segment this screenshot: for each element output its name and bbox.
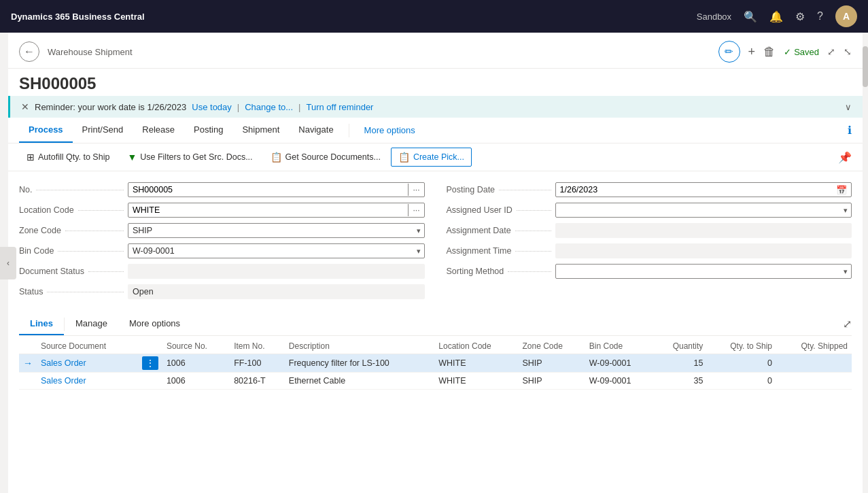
- info-icon[interactable]: ℹ: [848, 124, 852, 137]
- scrollbar[interactable]: [863, 33, 868, 493]
- lines-section: Lines Manage More options ⤢ Source Docum…: [8, 313, 863, 390]
- form-row-location: Location Code ···: [19, 200, 425, 220]
- row1-qty-to-ship: 0: [707, 354, 776, 373]
- scroll-thumb[interactable]: [863, 46, 868, 87]
- row1-dots-cell: ⋮: [138, 354, 162, 373]
- value-doc-status: [128, 264, 425, 279]
- source-doc-icon: 📋: [271, 152, 282, 163]
- form-left: No. ··· Location Code: [19, 180, 425, 302]
- notification-icon[interactable]: 🔔: [769, 10, 783, 23]
- tab-posting[interactable]: Posting: [184, 118, 232, 143]
- lines-tab-more-options[interactable]: More options: [118, 313, 191, 335]
- reminder-close[interactable]: ✕: [21, 101, 29, 112]
- posting-date-input[interactable]: [556, 183, 833, 197]
- tab-navigate[interactable]: Navigate: [289, 118, 343, 143]
- form-row-status: Status: [19, 282, 425, 302]
- row2-source-document: Sales Order: [37, 373, 138, 390]
- row2-quantity: 35: [654, 373, 707, 390]
- delete-button[interactable]: 🗑: [763, 45, 776, 59]
- tab-print-send[interactable]: Print/Send: [73, 118, 133, 143]
- help-icon[interactable]: ?: [817, 10, 823, 22]
- banner-expand-icon[interactable]: ∨: [845, 102, 852, 112]
- tab-separator: [349, 124, 349, 137]
- sidebar-toggle[interactable]: ‹: [0, 247, 16, 279]
- page-title: Warehouse Shipment: [48, 47, 710, 57]
- collapse-button[interactable]: ⤡: [844, 46, 852, 57]
- autofill-label: Autofill Qty. to Ship: [38, 152, 109, 162]
- calendar-icon[interactable]: 📅: [832, 184, 851, 197]
- col-item-no: Item No.: [230, 339, 285, 354]
- back-icon: ←: [24, 46, 35, 58]
- settings-icon[interactable]: ⚙: [795, 10, 805, 23]
- lines-expand-icon[interactable]: ⤢: [843, 318, 852, 330]
- separator2: |: [298, 102, 300, 112]
- location-input-wrapper: ···: [128, 203, 425, 218]
- create-pick-button[interactable]: 📋 Create Pick...: [391, 148, 472, 167]
- page-header: ← Warehouse Shipment ✏ + 🗑 ✓ Saved ⤢: [8, 33, 863, 69]
- create-pick-label: Create Pick...: [413, 152, 464, 162]
- get-source-button[interactable]: 📋 Get Source Documents...: [263, 148, 388, 167]
- assignment-time-input: [555, 243, 852, 258]
- back-button[interactable]: ←: [19, 41, 39, 62]
- autofill-button[interactable]: ⊞ Autofill Qty. to Ship: [19, 148, 117, 167]
- use-filters-button[interactable]: ▼ Use Filters to Get Src. Docs...: [120, 148, 260, 167]
- bin-select[interactable]: W-09-0001: [128, 243, 425, 258]
- tab-process[interactable]: Process: [19, 118, 73, 143]
- use-filters-label: Use Filters to Get Src. Docs...: [140, 152, 252, 162]
- sorting-select-wrapper: [555, 264, 852, 279]
- top-nav-right: Sandbox 🔍 🔔 ⚙ ? A: [697, 5, 857, 27]
- row2-dots-cell: [138, 373, 162, 390]
- table-row: → Sales Order ⋮ 1006 FF-100 Frequency fi…: [19, 354, 852, 373]
- lines-table-head: Source Document Source No. Item No. Desc…: [19, 339, 852, 354]
- value-status: [128, 284, 425, 299]
- lines-tab-lines[interactable]: Lines: [19, 313, 64, 335]
- avatar[interactable]: A: [835, 5, 857, 27]
- edit-button[interactable]: ✏: [718, 41, 740, 63]
- form-right: Posting Date 📅 Assigned User ID: [447, 180, 852, 302]
- app-brand: Dynamics 365 Business Central: [11, 12, 697, 22]
- form-row-posting-date: Posting Date 📅: [447, 180, 852, 200]
- row2-description: Ethernet Cable: [285, 373, 434, 390]
- label-posting-date: Posting Date: [447, 185, 555, 194]
- value-assignment-time: [555, 243, 852, 258]
- label-assigned-user: Assigned User ID: [447, 205, 555, 215]
- turn-off-link[interactable]: Turn off reminder: [306, 102, 373, 112]
- reminder-text: Reminder: your work date is 1/26/2023: [35, 102, 186, 112]
- change-to-link[interactable]: Change to...: [245, 102, 293, 112]
- search-icon[interactable]: 🔍: [744, 10, 757, 23]
- zone-select[interactable]: SHIP: [128, 223, 425, 238]
- no-input[interactable]: [128, 183, 408, 197]
- row1-context-menu[interactable]: ⋮: [142, 356, 158, 370]
- location-input[interactable]: [128, 203, 408, 217]
- no-dots-button[interactable]: ···: [408, 184, 423, 196]
- form-area: No. ··· Location Code: [8, 171, 863, 310]
- use-today-link[interactable]: Use today: [192, 102, 232, 112]
- row1-source-no: 1006: [162, 354, 230, 373]
- lines-table: Source Document Source No. Item No. Desc…: [19, 339, 852, 390]
- value-zone: SHIP: [128, 223, 425, 238]
- tab-more-options[interactable]: More options: [355, 118, 425, 142]
- col-bin-code: Bin Code: [585, 339, 654, 354]
- row1-qty-shipped: [776, 354, 852, 373]
- tab-shipment[interactable]: Shipment: [232, 118, 289, 143]
- edit-icon: ✏: [725, 46, 733, 58]
- row1-source-document: Sales Order: [37, 354, 138, 373]
- lines-tab-manage[interactable]: Manage: [65, 313, 118, 335]
- label-assignment-date: Assignment Date: [447, 226, 555, 235]
- row1-zone-code: SHIP: [518, 354, 585, 373]
- tab-release[interactable]: Release: [133, 118, 184, 143]
- expand-button[interactable]: ⤢: [827, 46, 835, 57]
- sorting-select[interactable]: [555, 264, 852, 279]
- label-status: Status: [19, 287, 128, 296]
- assigned-user-wrapper: [555, 203, 852, 218]
- add-button[interactable]: +: [748, 45, 756, 59]
- label-zone: Zone Code: [19, 226, 128, 235]
- pin-icon[interactable]: 📌: [838, 151, 852, 164]
- expand-icon: ⤢: [827, 46, 835, 57]
- row1-arrow: →: [19, 354, 37, 373]
- row2-qty-to-ship: 0: [707, 373, 776, 390]
- separator1: |: [237, 102, 239, 112]
- assigned-user-select[interactable]: [555, 203, 852, 218]
- location-dots-button[interactable]: ···: [408, 204, 423, 216]
- col-zone-code: Zone Code: [518, 339, 585, 354]
